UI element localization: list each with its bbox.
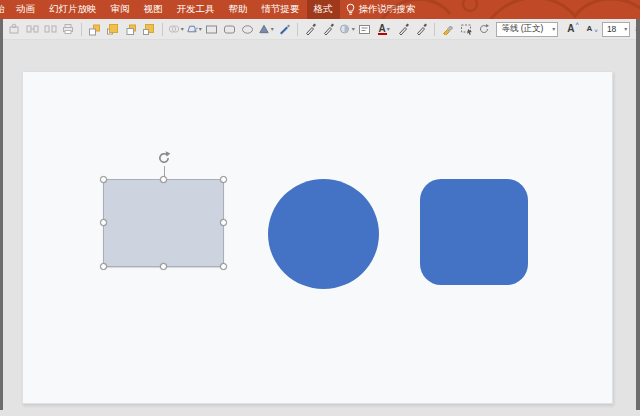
change-shape-icon[interactable]: ▾ xyxy=(186,20,202,38)
eyedropper-icon[interactable] xyxy=(303,20,319,38)
tab-review[interactable]: 审阅 xyxy=(104,0,137,19)
select-objects-icon[interactable] xyxy=(458,20,474,38)
printer-icon[interactable] xyxy=(60,20,76,38)
resize-handle-se[interactable] xyxy=(220,263,227,270)
dropdown-arrow-icon: ▾ xyxy=(387,26,390,32)
shape-oval[interactable] xyxy=(268,179,379,289)
lightbulb-icon xyxy=(346,3,355,16)
tab-help[interactable]: 帮助 xyxy=(222,0,255,19)
resize-handle-nw[interactable] xyxy=(100,176,107,183)
pen-icon[interactable] xyxy=(395,20,411,38)
font-color-bar xyxy=(378,33,387,35)
tab-storyboard[interactable]: 情节提要 xyxy=(255,0,307,19)
resize-handle-e[interactable] xyxy=(220,219,227,226)
group-icon[interactable] xyxy=(24,20,40,38)
resize-handle-ne[interactable] xyxy=(220,176,227,183)
font-size-value: 18 xyxy=(607,24,616,34)
resize-handle-w[interactable] xyxy=(100,219,107,226)
send-backward-icon[interactable] xyxy=(123,20,139,38)
toolbar-divider xyxy=(162,23,163,36)
window-edge-left xyxy=(0,19,3,410)
dropdown-arrow-icon: ▾ xyxy=(352,26,355,32)
decrease-font-size-icon[interactable]: A ˅ xyxy=(581,20,598,38)
rotate-icon[interactable] xyxy=(476,20,492,38)
window-edge-right xyxy=(636,19,640,410)
text-box-icon[interactable] xyxy=(357,20,373,38)
pen-icon[interactable] xyxy=(413,20,429,38)
shape-outline-icon[interactable] xyxy=(276,20,292,38)
rounded-rectangle-icon[interactable] xyxy=(222,20,238,38)
merge-shapes-icon[interactable]: ▾ xyxy=(168,20,184,38)
oval-icon[interactable] xyxy=(240,20,256,38)
bring-forward-icon[interactable] xyxy=(87,20,103,38)
dropdown-arrow-icon: ▾ xyxy=(181,26,184,32)
send-to-back-icon[interactable] xyxy=(141,20,157,38)
resize-handle-sw[interactable] xyxy=(100,263,107,270)
eyedropper-icon[interactable] xyxy=(321,20,337,38)
tell-me-search[interactable]: 操作说明搜索 xyxy=(340,0,422,19)
font-name-select[interactable]: 等线 (正文) ▾ xyxy=(496,22,558,37)
tab-developer[interactable]: 开发工具 xyxy=(170,0,222,19)
font-size-select[interactable]: 18 ▾ xyxy=(602,22,630,37)
tell-me-label: 操作说明搜索 xyxy=(359,3,416,16)
toolbar-divider xyxy=(434,23,435,36)
ungroup-icon[interactable] xyxy=(42,20,58,38)
dropdown-arrow-icon: ▾ xyxy=(271,26,274,32)
bring-to-front-icon[interactable] xyxy=(105,20,121,38)
shape-rounded-rectangle[interactable] xyxy=(420,179,528,285)
increase-font-size-icon[interactable]: A ˄ xyxy=(562,20,579,38)
tab-format-active[interactable]: 格式 xyxy=(307,0,340,19)
resize-handle-s[interactable] xyxy=(160,263,167,270)
workspace xyxy=(0,40,640,416)
toolbar-divider xyxy=(81,23,82,36)
font-color-icon[interactable]: A ▾ xyxy=(375,20,394,38)
format-painter-icon[interactable] xyxy=(440,20,456,38)
shape-rectangle-selected[interactable] xyxy=(103,179,224,267)
dropdown-arrow-icon: ▾ xyxy=(552,26,555,32)
tab-slideshow[interactable]: 幻灯片放映 xyxy=(42,0,104,19)
tab-animations[interactable]: 动画 xyxy=(9,0,42,19)
shape-fill-icon[interactable]: ▾ xyxy=(258,20,274,38)
align-icon[interactable] xyxy=(6,20,22,38)
rotate-handle-icon[interactable] xyxy=(156,150,172,166)
dropdown-arrow-icon: ▾ xyxy=(199,26,202,32)
ribbon-menu-bar: 始 动画 幻灯片放映 审阅 视图 开发工具 帮助 情节提要 格式 操作说明搜索 xyxy=(0,0,640,19)
quick-format-toolbar: ▾ ▾ ▾ ▾ A ▾ xyxy=(0,19,640,40)
toolbar-divider xyxy=(297,23,298,36)
tab-view[interactable]: 视图 xyxy=(137,0,170,19)
slide-canvas[interactable] xyxy=(22,71,613,404)
tab-home-clipped[interactable]: 始 xyxy=(0,0,9,19)
font-name-value: 等线 (正文) xyxy=(501,23,543,35)
dropdown-arrow-icon: ▾ xyxy=(624,26,627,32)
resize-handle-n[interactable] xyxy=(160,176,167,183)
rectangle-icon[interactable] xyxy=(204,20,220,38)
shape-styles-icon[interactable]: ▾ xyxy=(339,20,355,38)
